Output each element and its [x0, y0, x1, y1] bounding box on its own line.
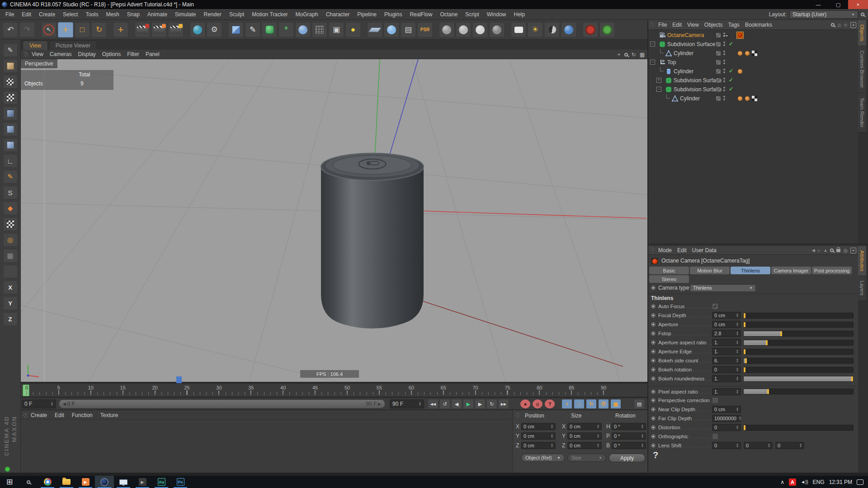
- viewport-filter-button[interactable]: ▦: [3, 249, 18, 263]
- points-mode-button[interactable]: [3, 107, 18, 120]
- menu-snap[interactable]: Snap: [127, 11, 140, 18]
- enabled-check-icon[interactable]: ✓: [729, 86, 733, 92]
- current-frame-field[interactable]: 0 F▲▼: [22, 399, 56, 408]
- texture-mode-button[interactable]: [3, 75, 18, 89]
- add-primitive-cube-button[interactable]: [228, 22, 244, 38]
- om-menu-tags[interactable]: Tags: [728, 22, 740, 28]
- am-menu-user-data[interactable]: User Data: [692, 247, 717, 253]
- panel-grip[interactable]: [650, 247, 655, 253]
- menu-mesh[interactable]: Mesh: [106, 11, 119, 18]
- viewport-menu-panel[interactable]: Panel: [146, 51, 160, 57]
- param-value-field[interactable]: 0▲▼: [775, 442, 804, 449]
- octane-diffuse-material-button[interactable]: [439, 22, 454, 38]
- object-name[interactable]: Cylinder: [680, 95, 700, 102]
- param-anim-dot[interactable]: [651, 340, 656, 345]
- visibility-dots[interactable]: [723, 87, 725, 91]
- key-scale-toggle[interactable]: □: [574, 399, 585, 409]
- visibility-dots[interactable]: [723, 69, 725, 73]
- coord-position-y-field[interactable]: 0 cm▲▼: [521, 432, 556, 440]
- layer-swatch[interactable]: [716, 60, 721, 65]
- menu-window[interactable]: Window: [487, 11, 506, 18]
- expand-toggle[interactable]: −: [650, 60, 655, 65]
- layer-swatch[interactable]: [716, 42, 721, 47]
- param-anim-dot[interactable]: [651, 331, 656, 336]
- param-anim-dot[interactable]: [651, 304, 656, 309]
- tag-phong-icon[interactable]: [744, 95, 750, 102]
- octane-specular-material-button[interactable]: [472, 22, 488, 38]
- param-slider[interactable]: [743, 322, 854, 328]
- volume-icon[interactable]: ◄)): [801, 479, 808, 484]
- attribute-tab-post-processing[interactable]: Post processing: [812, 267, 852, 274]
- menu-pipeline[interactable]: Pipeline: [357, 11, 377, 18]
- om-search-icon[interactable]: [831, 23, 835, 27]
- param-slider[interactable]: [743, 313, 854, 319]
- layout-dropdown[interactable]: Startup (User)▼: [789, 10, 858, 19]
- am-add-icon[interactable]: +: [850, 248, 856, 253]
- object-row-cylinder[interactable]: Cylinder✓: [648, 67, 858, 76]
- octane-texture-environment-button[interactable]: [544, 22, 560, 38]
- tag-phong-icon[interactable]: [744, 50, 750, 56]
- menu-simulate[interactable]: Simulate: [175, 11, 196, 18]
- search-button[interactable]: [19, 476, 38, 488]
- param-value-field[interactable]: 0 cm▲▼: [712, 312, 741, 319]
- pan-view-icon[interactable]: +: [618, 52, 621, 58]
- z-axis-toggle[interactable]: Z: [3, 312, 18, 326]
- param-slider[interactable]: [743, 389, 854, 394]
- sky-object-button[interactable]: [384, 22, 399, 38]
- previous-frame-button[interactable]: ◀: [451, 399, 462, 409]
- material-menu-edit[interactable]: Edit: [55, 412, 64, 418]
- param-anim-dot[interactable]: [651, 389, 656, 394]
- menu-help[interactable]: Help: [514, 11, 525, 18]
- key-parameter-toggle[interactable]: Ⓟ: [598, 399, 609, 409]
- clock[interactable]: 12:31 PM: [829, 479, 852, 485]
- param-slider[interactable]: [743, 367, 854, 373]
- zoom-view-icon[interactable]: [624, 53, 628, 56]
- side-tab-attributes[interactable]: Attributes: [858, 246, 866, 276]
- render-settings-button[interactable]: [168, 22, 184, 38]
- rotate-tool[interactable]: ↻: [91, 22, 107, 38]
- octane-hdri-environment-button[interactable]: [561, 22, 576, 38]
- spline-pen-button[interactable]: ✎: [245, 22, 260, 38]
- end-frame-field[interactable]: 90 F▲▼: [390, 399, 424, 408]
- param-anim-dot[interactable]: [651, 443, 656, 448]
- panel-grip[interactable]: [650, 21, 655, 28]
- am-search-icon[interactable]: [830, 249, 834, 252]
- start-button[interactable]: ⊞: [0, 476, 19, 488]
- menu-file[interactable]: File: [5, 11, 14, 18]
- subdivision-surface-button[interactable]: [262, 22, 277, 38]
- param-value-field[interactable]: 0▲▼: [712, 442, 741, 449]
- side-tab-objects[interactable]: Objects: [858, 20, 866, 46]
- param-slider[interactable]: [743, 349, 854, 355]
- frame-range-slider[interactable]: ◀ 0 F 90 F ▶: [59, 399, 385, 408]
- tag-uvw-icon[interactable]: [751, 95, 758, 102]
- visibility-dots[interactable]: [723, 60, 725, 64]
- tag-uvw-icon[interactable]: [751, 50, 758, 56]
- panel-grip[interactable]: [515, 413, 519, 418]
- octane-render-button[interactable]: [583, 22, 598, 38]
- material-menu-function[interactable]: Function: [72, 412, 93, 418]
- object-row-cylinder[interactable]: Cylinder: [648, 94, 858, 103]
- viewport-menu-filter[interactable]: Filter: [127, 51, 139, 57]
- param-value-field[interactable]: 0 cm▲▼: [712, 406, 741, 413]
- menu-script[interactable]: Script: [465, 11, 479, 18]
- panel-grip[interactable]: [24, 51, 28, 57]
- om-path-icon[interactable]: ⌂: [838, 22, 841, 28]
- mograph-cloner-button[interactable]: *: [278, 22, 294, 38]
- array-grid-button[interactable]: [312, 22, 327, 38]
- om-filter-icon[interactable]: ◇: [844, 23, 847, 27]
- polygon-mode-button[interactable]: [3, 138, 18, 152]
- coord-position-z-field[interactable]: 0 cm▲▼: [521, 442, 556, 449]
- key-rotation-toggle[interactable]: ↻: [586, 399, 597, 409]
- lock-workplane-button[interactable]: [3, 217, 18, 231]
- param-slider[interactable]: [743, 358, 854, 364]
- side-tab-team-render[interactable]: Team Render: [858, 93, 866, 132]
- apply-button[interactable]: Apply: [609, 454, 645, 462]
- param-anim-dot[interactable]: [651, 367, 656, 372]
- taskbar-media-player[interactable]: ▶: [76, 476, 95, 488]
- key-pla-toggle[interactable]: ▦: [610, 399, 621, 409]
- minimize-button[interactable]: —: [808, 0, 828, 9]
- param-anim-dot[interactable]: [651, 416, 656, 421]
- scale-tool[interactable]: □: [75, 22, 90, 38]
- maximize-button[interactable]: ▢: [828, 0, 848, 9]
- object-row-subdivision-surface[interactable]: +Subdivision Surface✓: [648, 76, 858, 85]
